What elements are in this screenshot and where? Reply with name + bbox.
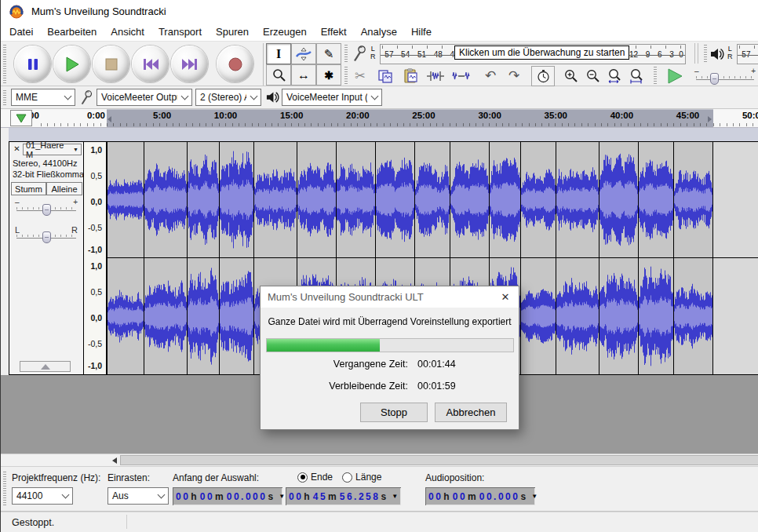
skip-to-end-button[interactable] bbox=[171, 46, 208, 82]
zoom-selection-button[interactable] bbox=[605, 66, 625, 86]
zoom-fit-button[interactable] bbox=[627, 66, 647, 86]
multi-tool-button[interactable]: ✱ bbox=[316, 64, 341, 86]
recording-channels-select[interactable]: 2 (Stereo) Aufna bbox=[195, 89, 261, 106]
device-grip[interactable] bbox=[3, 90, 6, 106]
track-collapse-button[interactable] bbox=[20, 361, 71, 372]
paste-button[interactable] bbox=[399, 66, 421, 86]
skip-to-start-button[interactable] bbox=[132, 46, 169, 82]
dropdown-triangle-icon[interactable]: ▼ bbox=[279, 493, 285, 500]
play-pin-icon bbox=[16, 114, 27, 123]
trim-button[interactable] bbox=[425, 66, 446, 86]
cancel-export-button[interactable]: Abbrechen bbox=[435, 403, 507, 422]
radio-length[interactable] bbox=[342, 472, 352, 483]
selbar-grip[interactable] bbox=[3, 472, 6, 506]
pause-button[interactable] bbox=[14, 46, 51, 82]
menu-item-erzeugen[interactable]: Erzeugen bbox=[256, 24, 314, 40]
audio-position-label: Audioposition: bbox=[425, 472, 484, 483]
playback-device-select[interactable]: VoiceMeeter Input (VB-Au bbox=[282, 89, 382, 106]
track-control-panel[interactable]: ✕ 01_Haere M▼ Stereo, 44100Hz 32-bit Fli… bbox=[9, 141, 83, 375]
timer-record-button[interactable] bbox=[531, 66, 555, 86]
ruler-time-label: 10:00 bbox=[214, 111, 237, 120]
menu-item-analyse[interactable]: Analyse bbox=[354, 24, 404, 40]
time-shift-tool-button[interactable]: ↔ bbox=[291, 64, 316, 86]
play-button[interactable] bbox=[53, 46, 90, 82]
selection-end-time[interactable]: 00h45m56.258s▼ bbox=[286, 487, 401, 505]
vertical-ruler[interactable]: 1,00,50,0-0,5-1,01,00,50,0-0,5-1,0 bbox=[83, 141, 107, 375]
meter-grip[interactable] bbox=[344, 45, 348, 64]
copy-button[interactable] bbox=[374, 66, 396, 86]
audacity-logo-icon bbox=[9, 3, 24, 19]
transcription-grip[interactable] bbox=[654, 67, 657, 84]
selection-tool-button[interactable]: I bbox=[266, 43, 291, 64]
record-meter-mic-button[interactable] bbox=[349, 44, 370, 64]
silence-button[interactable] bbox=[450, 66, 473, 86]
dialog-close-button[interactable]: ✕ bbox=[492, 286, 519, 308]
audio-host-select[interactable]: MME bbox=[11, 89, 75, 106]
pan-left-label: L bbox=[15, 225, 20, 235]
dialog-titlebar[interactable]: Mum's Unveilung Soundtracki ULT ✕ bbox=[261, 286, 519, 308]
zoom-out-button[interactable] bbox=[583, 66, 603, 86]
pan-right-label: R bbox=[71, 225, 78, 235]
playback-meter[interactable]: -57 bbox=[737, 44, 758, 64]
envelope-tool-button[interactable] bbox=[291, 43, 316, 64]
recording-device-select[interactable]: VoiceMeeter Output (VB-A bbox=[97, 89, 192, 106]
playhead-pin-button[interactable] bbox=[10, 110, 32, 126]
pan-slider-thumb[interactable] bbox=[42, 231, 51, 243]
gain-slider-thumb[interactable] bbox=[42, 204, 51, 216]
mute-button[interactable]: Stumm bbox=[11, 182, 46, 195]
record-button[interactable] bbox=[217, 46, 253, 82]
menu-item-bearbeiten[interactable]: Bearbeiten bbox=[40, 24, 104, 40]
cut-button[interactable]: ✂ bbox=[349, 66, 371, 86]
track-name-menu[interactable]: 01_Haere M▼ bbox=[23, 144, 82, 155]
meter-baseline bbox=[738, 55, 758, 56]
scroll-left-arrow[interactable] bbox=[112, 457, 117, 464]
project-rate-select[interactable]: 44100 bbox=[12, 487, 73, 505]
redo-button[interactable]: ↷ bbox=[503, 66, 525, 86]
radio-end[interactable] bbox=[297, 472, 308, 483]
horizontal-scrollbar[interactable] bbox=[1, 454, 758, 466]
dropdown-triangle-icon[interactable]: ▼ bbox=[392, 493, 398, 500]
pan-slider[interactable]: L R bbox=[15, 227, 78, 246]
track-left-margin bbox=[1, 128, 9, 375]
audio-position-time[interactable]: 00h00m00.000s▼ bbox=[425, 487, 535, 505]
undo-button[interactable]: ↶ bbox=[479, 66, 501, 86]
stop-export-button[interactable]: Stopp bbox=[360, 403, 428, 422]
toolbar-grip[interactable] bbox=[3, 45, 6, 84]
zoom-in-button[interactable] bbox=[561, 66, 581, 86]
menu-item-hilfe[interactable]: Hilfe bbox=[404, 24, 439, 40]
scrollbar-thumb[interactable] bbox=[120, 455, 758, 465]
selection-start-time[interactable]: 00h00m00.000s▼ bbox=[173, 487, 282, 505]
zoom-tool-button[interactable] bbox=[266, 64, 291, 86]
waveform-channel-left[interactable] bbox=[107, 142, 713, 257]
scrub-strip bbox=[1, 128, 758, 141]
copy-icon bbox=[377, 69, 393, 83]
meter-grip[interactable] bbox=[704, 45, 707, 64]
draw-tool-button[interactable]: ✎ bbox=[316, 43, 341, 64]
menu-item-datei[interactable]: Datei bbox=[2, 24, 40, 40]
trim-audio-icon bbox=[427, 70, 444, 82]
menu-item-spuren[interactable]: Spuren bbox=[209, 24, 256, 40]
solo-button[interactable]: Alleine bbox=[46, 182, 82, 195]
selection-toolbar: Projektfrequenz (Hz): 44100 Einrasten: A… bbox=[1, 466, 758, 512]
vruler-label: -0,5 bbox=[84, 339, 102, 348]
gain-plus-label: + bbox=[73, 198, 78, 206]
menu-item-effekt[interactable]: Effekt bbox=[314, 24, 354, 40]
menu-item-transport[interactable]: Transport bbox=[151, 24, 209, 40]
double-arrow-icon: ↔ bbox=[297, 68, 310, 82]
play-meter-speaker-button[interactable] bbox=[709, 44, 726, 64]
timeline-ruler[interactable]: 5:000:005:0010:0015:0020:0025:0030:0035:… bbox=[1, 109, 758, 128]
gain-slider[interactable]: – + bbox=[15, 199, 78, 218]
stop-button[interactable] bbox=[93, 46, 129, 82]
status-bar: Gestoppt. bbox=[1, 512, 758, 532]
track-close-button[interactable]: ✕ bbox=[12, 144, 22, 155]
project-rate-label: Projektfrequenz (Hz): bbox=[12, 472, 100, 483]
speed-slider-thumb[interactable] bbox=[710, 73, 719, 85]
playback-speed-slider[interactable]: – + bbox=[694, 68, 756, 86]
edit-toolbar-grip[interactable] bbox=[344, 67, 348, 86]
menu-item-ansicht[interactable]: Ansicht bbox=[104, 24, 151, 40]
dropdown-triangle-icon[interactable]: ▼ bbox=[531, 493, 538, 500]
zoom-out-icon bbox=[586, 69, 600, 83]
toolbar-separator bbox=[263, 43, 264, 86]
play-at-speed-button[interactable] bbox=[661, 66, 688, 86]
snap-select[interactable]: Aus bbox=[108, 487, 169, 505]
